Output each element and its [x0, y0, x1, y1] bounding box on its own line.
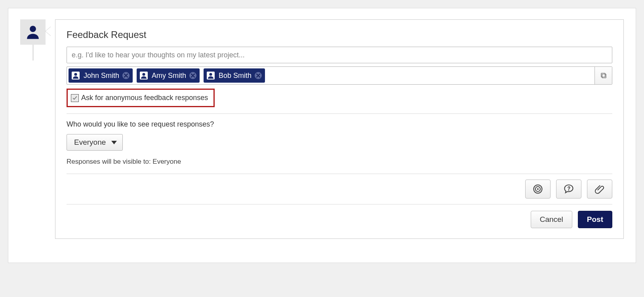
cancel-button[interactable]: Cancel [531, 211, 572, 228]
visibility-note: Responses will be visible to: Everyone [67, 158, 612, 166]
timeline-line [32, 45, 34, 61]
anonymous-label: Ask for anonymous feedback responses [81, 94, 208, 102]
svg-point-11 [537, 188, 539, 190]
recipients-field[interactable]: John Smith Amy Smith [67, 66, 612, 85]
svg-point-2 [74, 73, 77, 76]
avatar-column [20, 19, 46, 45]
recipient-chip[interactable]: Bob Smith [204, 68, 265, 83]
attachment-button-row [67, 174, 612, 199]
anonymous-checkbox-row: Ask for anonymous feedback responses [67, 89, 215, 107]
post-button[interactable]: Post [578, 211, 612, 228]
action-row: Cancel Post [67, 204, 612, 228]
avatar [20, 19, 46, 45]
person-icon [139, 71, 149, 80]
svg-rect-7 [602, 74, 606, 78]
visibility-selected-label: Everyone [74, 138, 106, 147]
svg-rect-8 [601, 73, 605, 77]
person-icon [71, 71, 80, 80]
remove-recipient-button[interactable] [255, 72, 262, 79]
recipient-chips: John Smith Amy Smith [67, 67, 594, 84]
recipient-chip[interactable]: John Smith [69, 68, 133, 83]
add-question-button[interactable] [556, 180, 581, 199]
recipient-name: Amy Smith [152, 72, 186, 80]
speech-tail [46, 26, 51, 36]
chevron-down-icon [111, 141, 117, 144]
target-icon [532, 183, 543, 195]
svg-point-6 [209, 73, 212, 76]
visibility-section: Who would you like to see request respon… [67, 120, 612, 166]
form-title: Feedback Request [67, 29, 612, 40]
svg-point-12 [568, 190, 569, 191]
recipient-name: John Smith [84, 72, 119, 80]
person-icon [25, 24, 41, 40]
open-people-picker-button[interactable] [594, 67, 612, 84]
anonymous-checkbox[interactable] [71, 94, 79, 102]
paperclip-icon [594, 183, 605, 195]
section-divider [67, 114, 612, 114]
remove-recipient-button[interactable] [189, 72, 196, 79]
question-bubble-icon [563, 183, 574, 195]
attach-file-button[interactable] [587, 180, 612, 199]
people-picker-icon [600, 72, 607, 79]
remove-recipient-button[interactable] [122, 72, 130, 79]
feedback-panel: Feedback Request John Smith [8, 8, 636, 263]
close-icon [191, 74, 195, 78]
check-icon [72, 95, 78, 101]
feedback-form: Feedback Request John Smith [55, 19, 624, 239]
feedback-message-input[interactable] [67, 47, 612, 63]
svg-point-0 [30, 26, 36, 32]
add-target-button[interactable] [525, 180, 551, 199]
person-icon [206, 71, 215, 80]
recipient-name: Bob Smith [219, 72, 252, 80]
svg-point-4 [142, 73, 145, 76]
visibility-question: Who would you like to see request respon… [67, 120, 612, 129]
visibility-select[interactable]: Everyone [67, 134, 123, 151]
close-icon [256, 74, 260, 78]
recipient-chip[interactable]: Amy Smith [137, 68, 200, 83]
close-icon [124, 74, 128, 78]
